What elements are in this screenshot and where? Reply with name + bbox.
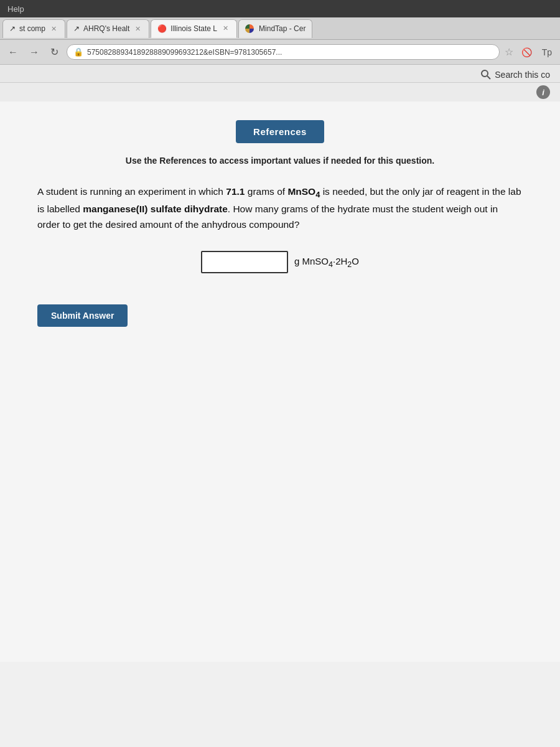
tab-mindtap[interactable]: MindTap - Cer xyxy=(238,19,312,38)
sub-2o: 2 xyxy=(347,260,352,269)
refresh-button[interactable]: ↻ xyxy=(47,45,62,59)
lock-icon: 🔒 xyxy=(73,47,83,57)
main-content: References Use the References to access … xyxy=(0,101,560,662)
back-button[interactable]: ← xyxy=(5,45,21,59)
references-button[interactable]: References xyxy=(236,120,324,143)
value-71-1: 71.1 xyxy=(226,186,245,197)
svg-line-1 xyxy=(487,76,490,79)
address-bar-row: ← → ↻ 🔒 5750828893418928889099693212&eIS… xyxy=(0,40,560,65)
tab-illinois-icon: 🔴 xyxy=(157,24,167,33)
answer-row: g MnSO4·2H2O xyxy=(37,251,523,273)
search-this-co-label: Search this co xyxy=(495,70,550,80)
stop-icon-button[interactable]: 🚫 xyxy=(518,45,535,59)
tab-st-comp-close[interactable]: ✕ xyxy=(49,24,58,34)
info-row: i xyxy=(0,83,560,101)
title-bar: Help xyxy=(0,0,560,17)
info-icon-button[interactable]: i xyxy=(536,85,550,99)
submit-answer-button[interactable]: Submit Answer xyxy=(37,304,128,327)
mindtap-header: Search this co xyxy=(0,65,560,83)
tab-illinois-close[interactable]: ✕ xyxy=(221,24,230,33)
address-box[interactable]: 🔒 5750828893418928889099693212&eISBN=978… xyxy=(67,44,500,60)
answer-unit-label: g MnSO4·2H2O xyxy=(294,256,359,269)
tip-button[interactable]: Tp xyxy=(539,45,555,59)
tab-ahrq[interactable]: ↗ AHRQ's Healt ✕ xyxy=(67,19,149,38)
tab-illinois[interactable]: 🔴 Illinois State L ✕ xyxy=(151,19,237,38)
toolbar-icons: 🚫 Tp xyxy=(518,45,555,59)
svg-point-0 xyxy=(482,70,488,77)
tab-ahrq-close[interactable]: ✕ xyxy=(133,24,142,34)
title-label: Help xyxy=(7,4,24,14)
tab-ahrq-icon: ↗ xyxy=(73,24,80,33)
tab-st-comp[interactable]: ↗ st comp ✕ xyxy=(2,19,65,38)
forward-button[interactable]: → xyxy=(26,45,42,59)
tab-ahrq-label: AHRQ's Healt xyxy=(83,24,129,33)
compound-mnso4: MnSO4 xyxy=(287,186,320,197)
answer-input[interactable] xyxy=(201,251,288,273)
references-note-strong: Use the References to access important v… xyxy=(126,156,434,166)
tip-label: Tp xyxy=(542,47,552,57)
references-note: Use the References to access important v… xyxy=(37,156,523,166)
compound-name-bold: manganese(II) sulfate dihydrate xyxy=(83,204,228,214)
tab-mindtap-label: MindTap - Cer xyxy=(259,24,306,33)
tab-mindtap-icon xyxy=(245,24,254,33)
address-text: 5750828893418928889099693212&eISBN=97813… xyxy=(87,48,282,57)
question-text: A student is running an experiment in wh… xyxy=(37,184,523,232)
tab-illinois-label: Illinois State L xyxy=(170,24,217,33)
sub-4-unit: 4 xyxy=(329,260,333,269)
search-this-co-button[interactable]: Search this co xyxy=(481,70,550,80)
question-paragraph: A student is running an experiment in wh… xyxy=(37,184,523,232)
bookmark-star-button[interactable]: ☆ xyxy=(505,46,513,58)
tab-st-comp-label: st comp xyxy=(19,24,45,33)
search-icon xyxy=(481,70,491,80)
sub-4: 4 xyxy=(315,190,320,199)
tab-st-comp-icon: ↗ xyxy=(9,24,16,33)
tab-bar: ↗ st comp ✕ ↗ AHRQ's Healt ✕ 🔴 Illinois … xyxy=(0,17,560,40)
